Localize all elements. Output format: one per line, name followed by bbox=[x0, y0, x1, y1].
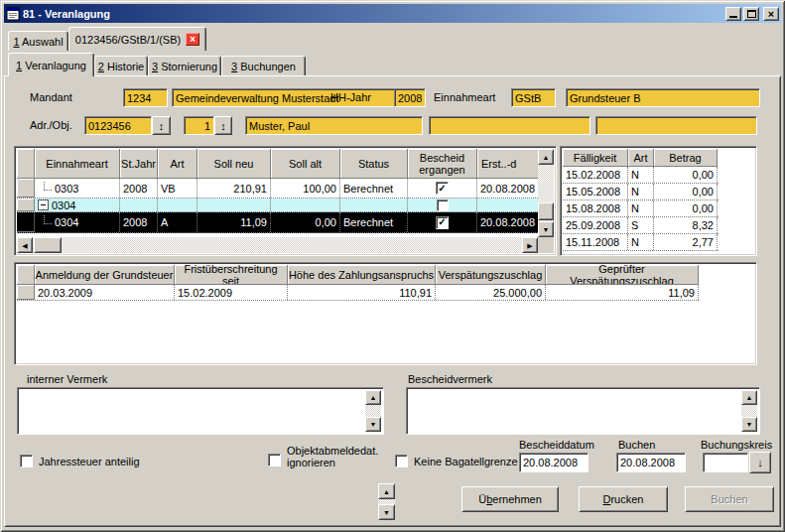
tab-document[interactable]: 0123456/GStB/1/(SB) × bbox=[68, 27, 206, 51]
column-header[interactable]: Fristüberschreitung seit bbox=[175, 265, 288, 285]
name-field[interactable] bbox=[245, 116, 423, 135]
column-header[interactable]: Bescheid ergangen bbox=[408, 149, 477, 179]
table-row[interactable]: 25.09.2008 S 8,32 bbox=[563, 217, 719, 234]
row-selector[interactable] bbox=[17, 199, 35, 211]
tab-buchungen[interactable]: 3 Buchungen bbox=[221, 56, 306, 75]
bescheid-checkbox-cell[interactable]: ✓ bbox=[408, 179, 477, 198]
adresse-field[interactable] bbox=[84, 116, 152, 135]
scroll-right-icon: ▶ bbox=[527, 242, 532, 249]
einnahmeart-code-field[interactable] bbox=[511, 88, 556, 107]
bescheidvermerk-textarea[interactable]: ▲ ▼ bbox=[406, 387, 760, 435]
vertical-scrollbar[interactable]: ▲ ▼ bbox=[538, 149, 554, 237]
objektabmeldedat-checkbox[interactable] bbox=[268, 454, 281, 466]
row-selector-header[interactable] bbox=[17, 265, 35, 285]
bescheid-checkbox-cell[interactable] bbox=[408, 199, 477, 211]
column-header[interactable]: Fälligkeit bbox=[563, 149, 628, 167]
tree-collapse-icon[interactable] bbox=[38, 200, 49, 210]
zusatz1-field[interactable] bbox=[429, 116, 590, 135]
mandant-label: Mandant bbox=[30, 91, 72, 103]
tab-historie[interactable]: 2 Historie bbox=[94, 56, 148, 75]
table-row[interactable]: 15.02.2008 N 0,00 bbox=[563, 167, 719, 184]
column-header[interactable]: Art bbox=[628, 149, 654, 167]
row-selector-header[interactable] bbox=[17, 149, 35, 179]
column-header[interactable]: Art bbox=[158, 149, 197, 179]
buchungskreis-field[interactable] bbox=[703, 453, 748, 472]
faelligkeit-table: Fälligkeit Art Betrag 15.02.2008 N 0,00 … bbox=[560, 146, 757, 256]
scroll-left-button[interactable]: ◀ bbox=[17, 237, 33, 253]
maximize-icon bbox=[747, 10, 756, 18]
scroll-down-button[interactable]: ▼ bbox=[538, 221, 554, 237]
scrollbar-thumb[interactable] bbox=[34, 237, 62, 253]
row-selector[interactable] bbox=[17, 179, 35, 198]
row-selector[interactable] bbox=[17, 212, 35, 232]
table-row[interactable]: 20.03.2009 15.02.2009 110,91 25.000,00 1… bbox=[17, 285, 699, 301]
mandant-code-field[interactable] bbox=[123, 88, 168, 107]
column-header[interactable]: St.Jahr bbox=[120, 149, 158, 179]
maximize-button[interactable] bbox=[743, 7, 759, 21]
column-header[interactable]: Erst..-d bbox=[477, 149, 540, 179]
column-header[interactable]: Betrag bbox=[654, 149, 718, 167]
scroll-down-button[interactable]: ▼ bbox=[378, 504, 395, 520]
column-header[interactable]: Status bbox=[340, 149, 408, 179]
scroll-down-icon: ▼ bbox=[746, 421, 753, 428]
close-button[interactable]: × bbox=[763, 7, 779, 21]
check-icon: ✓ bbox=[438, 184, 446, 194]
horizontal-scrollbar[interactable]: ◀ ▶ bbox=[17, 237, 538, 253]
objekt-spinner-button[interactable]: ↕ bbox=[214, 116, 232, 135]
zusatz2-field[interactable] bbox=[595, 116, 757, 135]
scroll-down-button[interactable]: ▼ bbox=[365, 417, 381, 432]
tab-label: 1 Veranlagung bbox=[16, 60, 86, 71]
objekt-field[interactable] bbox=[184, 116, 214, 135]
tab-stornierung[interactable]: 3 Stornierung bbox=[148, 56, 221, 75]
table-row[interactable]: 0304 bbox=[17, 199, 540, 212]
bagatellgrenze-checkbox[interactable] bbox=[395, 455, 408, 467]
tab-auswahl[interactable]: 1 Auswahl bbox=[8, 31, 68, 51]
mini-vertical-scrollbar[interactable]: ▲ ▼ bbox=[378, 483, 395, 520]
column-header[interactable]: Geprüfter Verspätungszuschlag bbox=[546, 265, 699, 285]
scroll-down-icon: ▼ bbox=[370, 421, 377, 428]
table-row[interactable]: 15.11.2008 N 2,77 bbox=[563, 234, 719, 251]
scroll-up-button[interactable]: ▲ bbox=[538, 149, 554, 165]
buchen-datum-field[interactable] bbox=[616, 453, 686, 472]
window-title: 81 - Veranlagung bbox=[23, 8, 723, 20]
scroll-up-button[interactable]: ▲ bbox=[741, 390, 757, 405]
tab-label: 1 Auswahl bbox=[13, 36, 63, 48]
table-row-selected[interactable]: 0304 2008 A 11,09 0,00 Berechnet ✓ 20.08… bbox=[17, 212, 540, 233]
interner-vermerk-textarea[interactable]: ▲ ▼ bbox=[17, 387, 384, 435]
column-header[interactable]: Höhe des Zahlungsanspruchs bbox=[288, 265, 436, 285]
vertical-scrollbar[interactable]: ▲ ▼ bbox=[365, 390, 381, 432]
buchungskreis-dropdown-button[interactable]: ↓ bbox=[749, 452, 771, 473]
column-header[interactable]: Verspätungszuschlag bbox=[436, 265, 546, 285]
einnahmeart-name-field[interactable] bbox=[566, 88, 760, 107]
tab-close-button[interactable]: × bbox=[186, 33, 199, 46]
scroll-down-button[interactable]: ▼ bbox=[741, 417, 757, 432]
bescheid-checkbox-cell[interactable]: ✓ bbox=[408, 212, 477, 232]
bescheiddatum-field[interactable] bbox=[519, 453, 589, 472]
scrollbar-thumb[interactable] bbox=[538, 202, 554, 220]
column-header[interactable]: Anmeldung der Grundsteuer bbox=[35, 265, 175, 285]
einnahmeart-label: Einnahmeart bbox=[434, 91, 495, 103]
scrollbar-corner bbox=[538, 237, 554, 253]
tab-veranlagung[interactable]: 1 Veranlagung bbox=[8, 53, 94, 76]
table-row[interactable]: 15.05.2008 N 0,00 bbox=[563, 184, 719, 200]
scroll-right-button[interactable]: ▶ bbox=[522, 237, 538, 253]
scroll-up-button[interactable]: ▲ bbox=[378, 483, 395, 499]
column-header[interactable]: Soll neu bbox=[197, 149, 271, 179]
column-header[interactable]: Soll alt bbox=[271, 149, 340, 179]
scroll-up-icon: ▲ bbox=[543, 154, 550, 161]
row-selector[interactable] bbox=[17, 285, 35, 300]
minimize-button[interactable] bbox=[725, 7, 741, 21]
vertical-scrollbar[interactable]: ▲ ▼ bbox=[741, 390, 757, 432]
drucken-button[interactable]: Drucken bbox=[579, 486, 668, 512]
mandant-name-field[interactable] bbox=[172, 88, 422, 107]
column-header[interactable]: Einnahmeart bbox=[35, 149, 120, 179]
hh-jahr-field[interactable] bbox=[394, 88, 426, 107]
scroll-up-icon: ▲ bbox=[746, 394, 753, 401]
scroll-up-button[interactable]: ▲ bbox=[365, 390, 381, 405]
table-header-row: Anmeldung der Grundsteuer Fristüberschre… bbox=[17, 265, 754, 285]
table-row[interactable]: 15.08.2008 N 0,00 bbox=[563, 200, 719, 217]
jahressteuer-checkbox[interactable] bbox=[20, 455, 33, 467]
uebernehmen-button[interactable]: Übernehmen bbox=[461, 486, 559, 512]
table-row[interactable]: 0303 2008 VB 210,91 100,00 Berechnet ✓ 2… bbox=[17, 179, 540, 199]
adresse-spinner-button[interactable]: ↕ bbox=[152, 116, 171, 135]
